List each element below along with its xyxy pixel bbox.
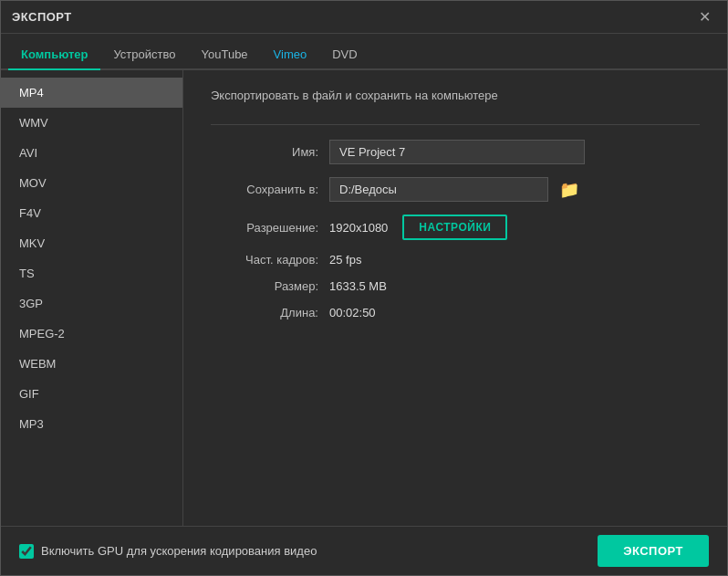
resolution-container: 1920x1080 НАСТРОЙКИ (329, 215, 507, 240)
fps-label: Част. кадров: (211, 253, 329, 267)
sidebar-item-f4v[interactable]: F4V (1, 198, 182, 228)
tab-device[interactable]: Устройство (100, 40, 188, 70)
tab-youtube[interactable]: YouTube (189, 40, 261, 70)
main-panel: Экспортировать в файл и сохранить на ком… (183, 70, 727, 526)
size-value: 1633.5 MB (329, 279, 387, 293)
duration-value: 00:02:50 (329, 306, 376, 319)
fps-value: 25 fps (329, 253, 361, 267)
duration-row: Длина: 00:02:50 (211, 306, 700, 319)
sidebar-item-gif[interactable]: GIF (1, 379, 182, 409)
bottom-bar: Включить GPU для ускорения кодирования в… (1, 526, 727, 575)
window-title: ЭКСПОРТ (12, 10, 72, 24)
tab-bar: Компьютер Устройство YouTube Vimeo DVD (1, 34, 727, 70)
title-bar: ЭКСПОРТ ✕ (1, 1, 727, 34)
sidebar-item-mkv[interactable]: MKV (1, 228, 182, 258)
settings-button[interactable]: НАСТРОЙКИ (402, 215, 507, 240)
resolution-value: 1920x1080 (329, 221, 388, 235)
folder-icon: 📁 (559, 181, 579, 199)
sidebar-item-wmv[interactable]: WMV (1, 108, 182, 138)
duration-label: Длина: (211, 306, 329, 319)
save-label: Сохранить в: (211, 183, 329, 196)
sidebar-item-mpeg2[interactable]: MPEG-2 (1, 319, 182, 349)
tab-vimeo[interactable]: Vimeo (261, 40, 320, 70)
content-area: MP4 WMV AVI MOV F4V MKV TS 3GP (1, 70, 727, 526)
name-input[interactable] (329, 140, 585, 164)
sidebar-item-3gp[interactable]: 3GP (1, 288, 182, 319)
sidebar-item-ts[interactable]: TS (1, 258, 182, 288)
export-button[interactable]: ЭКСПОРТ (598, 535, 709, 567)
sidebar-item-avi[interactable]: AVI (1, 138, 182, 168)
save-path-container: 📁 (329, 177, 583, 202)
tab-dvd[interactable]: DVD (319, 40, 369, 70)
browse-folder-button[interactable]: 📁 (556, 178, 583, 202)
divider (211, 124, 700, 125)
size-row: Размер: 1633.5 MB (211, 279, 700, 293)
sidebar-item-mp4[interactable]: MP4 (1, 78, 182, 108)
save-path-row: Сохранить в: 📁 (211, 177, 700, 202)
export-window: ЭКСПОРТ ✕ Компьютер Устройство YouTube V… (0, 0, 728, 576)
fps-row: Част. кадров: 25 fps (211, 253, 700, 267)
gpu-label[interactable]: Включить GPU для ускорения кодирования в… (41, 544, 317, 558)
sidebar-item-webm[interactable]: WEBM (1, 349, 182, 379)
sidebar-item-mov[interactable]: MOV (1, 168, 182, 198)
gpu-checkbox[interactable] (19, 544, 34, 559)
name-label: Имя: (211, 145, 329, 159)
resolution-row: Разрешение: 1920x1080 НАСТРОЙКИ (211, 215, 700, 240)
gpu-option-row: Включить GPU для ускорения кодирования в… (19, 544, 317, 559)
resolution-label: Разрешение: (211, 221, 329, 235)
close-button[interactable]: ✕ (693, 8, 716, 26)
sidebar-item-mp3[interactable]: MP3 (1, 409, 182, 439)
size-label: Размер: (211, 279, 329, 293)
tab-computer[interactable]: Компьютер (8, 40, 100, 70)
name-row: Имя: (211, 140, 700, 164)
sidebar: MP4 WMV AVI MOV F4V MKV TS 3GP (1, 70, 183, 526)
save-path-input[interactable] (329, 177, 548, 202)
export-description: Экспортировать в файл и сохранить на ком… (211, 89, 700, 102)
